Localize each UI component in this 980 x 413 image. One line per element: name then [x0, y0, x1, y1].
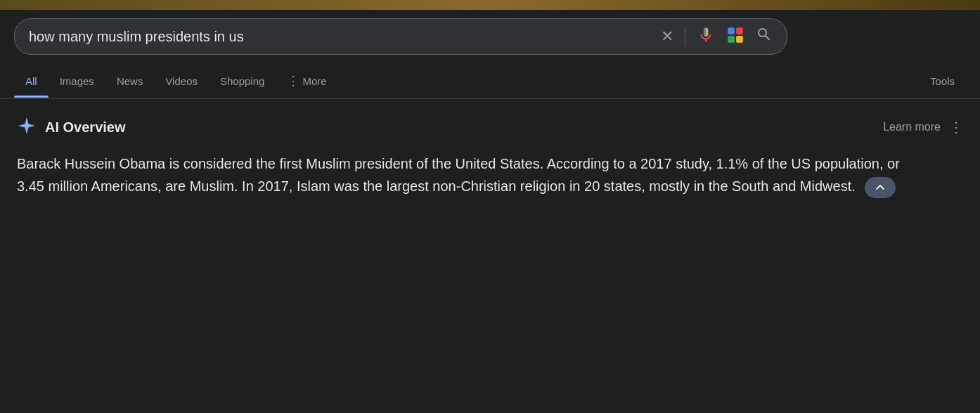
ai-overview-actions: Learn more ⋮	[883, 119, 963, 136]
collapse-button[interactable]	[865, 177, 896, 198]
ai-overview-text: Barack Hussein Obama is considered the f…	[17, 156, 900, 194]
ai-overview-section: AI Overview Learn more ⋮ Barack Hussein …	[0, 99, 980, 209]
clear-icon[interactable]: ✕	[661, 27, 673, 46]
ai-overview-title: AI Overview	[45, 119, 126, 136]
svg-rect-1	[736, 27, 743, 34]
sparkle-icon	[17, 116, 37, 138]
ai-overview-content: Barack Hussein Obama is considered the f…	[17, 152, 931, 198]
ai-overview-more-dots-icon[interactable]: ⋮	[949, 119, 963, 136]
search-query-text[interactable]: how many muslim presidents in us	[29, 29, 661, 45]
svg-rect-2	[728, 36, 735, 43]
tab-tools[interactable]: Tools	[919, 65, 966, 97]
lens-icon[interactable]	[726, 26, 744, 47]
search-bar-divider	[685, 27, 685, 46]
microphone-icon[interactable]	[697, 26, 715, 47]
tab-all[interactable]: All	[14, 65, 49, 97]
tab-shopping[interactable]: Shopping	[209, 65, 276, 97]
learn-more-link[interactable]: Learn more	[883, 121, 941, 133]
svg-rect-3	[736, 36, 743, 43]
tab-images[interactable]: Images	[49, 65, 105, 97]
ai-overview-header: AI Overview Learn more ⋮	[17, 116, 963, 138]
search-submit-icon[interactable]	[756, 26, 773, 47]
search-icon-group	[697, 26, 773, 47]
svg-rect-0	[728, 27, 735, 34]
search-bar: how many muslim presidents in us ✕	[14, 18, 787, 55]
nav-tabs-bar: All Images News Videos Shopping ⋮ More T…	[0, 63, 980, 99]
tab-more[interactable]: ⋮ More	[276, 63, 337, 98]
search-area: how many muslim presidents in us ✕	[0, 10, 980, 63]
ai-overview-title-group: AI Overview	[17, 116, 126, 138]
tab-news[interactable]: News	[105, 65, 155, 97]
tab-videos[interactable]: Videos	[154, 65, 209, 97]
top-decorative-strip	[0, 0, 980, 10]
more-dots-icon: ⋮	[287, 73, 299, 88]
